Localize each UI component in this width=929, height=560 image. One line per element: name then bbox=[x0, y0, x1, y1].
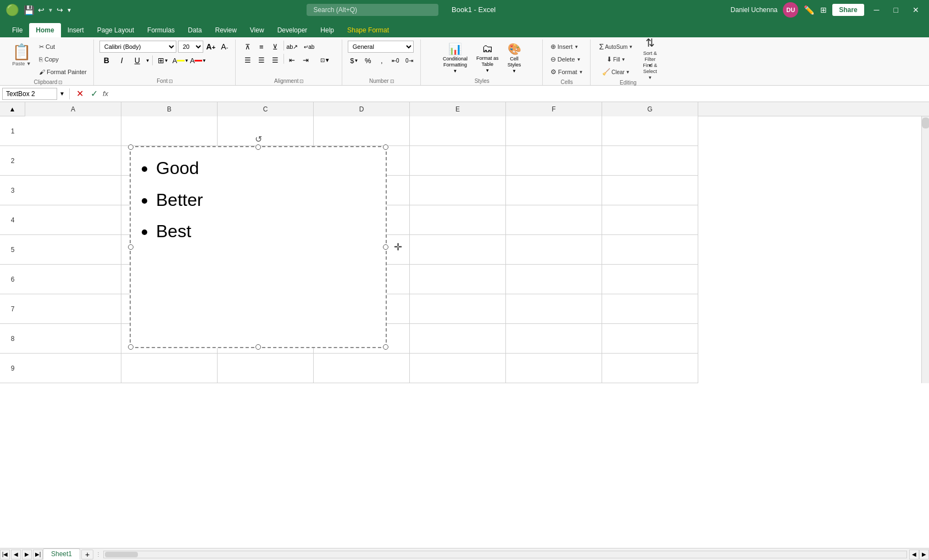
cell-a6[interactable] bbox=[25, 265, 121, 294]
font-size-select[interactable]: 20 bbox=[178, 41, 203, 53]
indent-more-button[interactable]: ⇥ bbox=[299, 54, 313, 66]
redo-button[interactable]: ↪ bbox=[57, 5, 63, 14]
cell-d9[interactable] bbox=[314, 354, 410, 383]
cell-c9[interactable] bbox=[218, 354, 314, 383]
cell-f7[interactable] bbox=[506, 294, 602, 324]
tab-home[interactable]: Home bbox=[29, 23, 60, 37]
align-bottom-button[interactable]: ⊻ bbox=[269, 41, 282, 53]
tab-data[interactable]: Data bbox=[181, 23, 208, 37]
cell-a5[interactable] bbox=[25, 235, 121, 265]
cell-a9[interactable] bbox=[25, 354, 121, 383]
tab-review[interactable]: Review bbox=[208, 23, 243, 37]
format-painter-button[interactable]: 🖌 Format Painter bbox=[37, 66, 89, 78]
tab-developer[interactable]: Developer bbox=[271, 23, 314, 37]
tab-formulas[interactable]: Formulas bbox=[141, 23, 181, 37]
corner-cell[interactable]: ▲ bbox=[0, 102, 25, 116]
cell-e7[interactable] bbox=[410, 294, 506, 324]
handle-ml[interactable] bbox=[128, 244, 133, 250]
cell-e5[interactable] bbox=[410, 235, 506, 265]
delete-cells-button[interactable]: ⊖ Delete ▼ bbox=[548, 53, 583, 65]
underline-button[interactable]: U bbox=[130, 54, 144, 66]
row-header-9[interactable]: 9 bbox=[0, 354, 25, 383]
cell-b1[interactable] bbox=[121, 116, 218, 146]
vertical-scrollbar[interactable] bbox=[921, 116, 929, 383]
share-button[interactable]: Share bbox=[832, 4, 864, 16]
percent-button[interactable]: % bbox=[361, 54, 375, 66]
handle-mr[interactable] bbox=[383, 244, 388, 250]
font-color-button[interactable]: A ▼ bbox=[190, 54, 207, 66]
cell-g2[interactable] bbox=[602, 146, 698, 176]
format-cells-button[interactable]: ⚙ Format ▼ bbox=[548, 66, 586, 78]
row-header-2[interactable]: 2 bbox=[0, 146, 25, 176]
number-format-select[interactable]: General bbox=[348, 41, 414, 53]
tab-page-layout[interactable]: Page Layout bbox=[91, 23, 141, 37]
cell-g7[interactable] bbox=[602, 294, 698, 324]
cell-a4[interactable] bbox=[25, 205, 121, 235]
cell-a3[interactable] bbox=[25, 176, 121, 205]
cell-f6[interactable] bbox=[506, 265, 602, 294]
handle-tm[interactable] bbox=[255, 144, 261, 150]
cell-f9[interactable] bbox=[506, 354, 602, 383]
conditional-formatting-button[interactable]: 📊 ConditionalFormatting ▼ bbox=[440, 41, 471, 75]
cell-g4[interactable] bbox=[602, 205, 698, 235]
autosum-button[interactable]: Σ AutoSum ▼ bbox=[596, 41, 637, 53]
wrap-text-button[interactable]: ↵ab bbox=[299, 41, 319, 53]
angle-button[interactable]: ab↗ bbox=[286, 41, 299, 53]
sheet-last-button[interactable]: ▶| bbox=[33, 550, 43, 559]
cell-f2[interactable] bbox=[506, 146, 602, 176]
cell-e3[interactable] bbox=[410, 176, 506, 205]
cell-f3[interactable] bbox=[506, 176, 602, 205]
increase-decimal-button[interactable]: 0⇥ bbox=[403, 54, 416, 66]
align-center-button[interactable]: ☰ bbox=[255, 54, 268, 66]
borders-button[interactable]: ⊞▼ bbox=[155, 54, 171, 66]
search-input[interactable] bbox=[307, 4, 438, 16]
tab-file[interactable]: File bbox=[5, 23, 29, 37]
scroll-right-button[interactable]: ▶ bbox=[919, 550, 929, 559]
handle-tl[interactable] bbox=[128, 144, 133, 150]
cell-g9[interactable] bbox=[602, 354, 698, 383]
cell-f8[interactable] bbox=[506, 324, 602, 354]
sheet-next-button[interactable]: ▶ bbox=[22, 550, 32, 559]
fill-button[interactable]: ⬇ Fill ▼ bbox=[596, 53, 637, 65]
decrease-font-button[interactable]: A- bbox=[219, 41, 231, 53]
add-sheet-button[interactable]: + bbox=[81, 550, 93, 559]
font-family-select[interactable]: Calibri (Body) bbox=[99, 41, 176, 53]
row-header-4[interactable]: 4 bbox=[0, 205, 25, 235]
col-header-c[interactable]: C bbox=[218, 102, 314, 116]
cell-styles-button[interactable]: 🎨 CellStyles ▼ bbox=[504, 41, 525, 75]
clipboard-expand-icon[interactable]: ⊡ bbox=[58, 80, 63, 85]
indent-less-button[interactable]: ⇤ bbox=[286, 54, 299, 66]
cell-f1[interactable] bbox=[506, 116, 602, 146]
row-header-8[interactable]: 8 bbox=[0, 324, 25, 354]
cell-g8[interactable] bbox=[602, 324, 698, 354]
save-button[interactable]: 💾 bbox=[24, 5, 35, 15]
handle-tr[interactable] bbox=[383, 144, 388, 150]
col-header-e[interactable]: E bbox=[410, 102, 506, 116]
undo-button[interactable]: ↩ bbox=[38, 5, 44, 14]
font-color-dropdown[interactable]: ▼ bbox=[202, 58, 207, 63]
cell-g3[interactable] bbox=[602, 176, 698, 205]
sheet-first-button[interactable]: |◀ bbox=[0, 550, 10, 559]
cell-f5[interactable] bbox=[506, 235, 602, 265]
bold-button[interactable]: B bbox=[99, 54, 114, 66]
name-box[interactable] bbox=[2, 88, 57, 100]
copy-button[interactable]: ⎘ Copy bbox=[37, 53, 89, 65]
col-header-a[interactable]: A bbox=[25, 102, 121, 116]
sheet-prev-button[interactable]: ◀ bbox=[11, 550, 21, 559]
fill-color-button[interactable]: A ▼ bbox=[173, 54, 189, 66]
align-middle-button[interactable]: ≡ bbox=[255, 41, 268, 53]
cell-a1[interactable] bbox=[25, 116, 121, 146]
name-box-dropdown[interactable]: ▼ bbox=[59, 91, 65, 97]
scrollbar-thumb-h[interactable] bbox=[105, 552, 138, 557]
number-expand-icon[interactable]: ⊡ bbox=[390, 79, 394, 84]
clear-button[interactable]: 🧹 Clear ▼ bbox=[596, 66, 637, 78]
enter-formula-button[interactable]: ✓ bbox=[88, 88, 101, 100]
row-header-7[interactable]: 7 bbox=[0, 294, 25, 324]
fill-dropdown[interactable]: ▼ bbox=[185, 58, 189, 63]
align-left-button[interactable]: ☰ bbox=[241, 54, 254, 66]
cell-a7[interactable] bbox=[25, 294, 121, 324]
align-right-button[interactable]: ☰ bbox=[269, 54, 282, 66]
row-header-5[interactable]: 5 bbox=[0, 235, 25, 265]
col-header-d[interactable]: D bbox=[314, 102, 410, 116]
col-header-g[interactable]: G bbox=[602, 102, 698, 116]
